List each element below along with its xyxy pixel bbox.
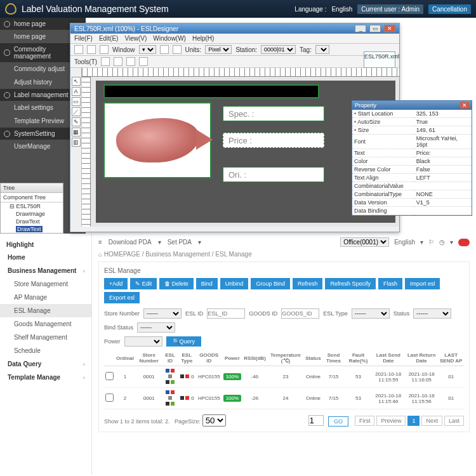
window-select[interactable]: ▾: [139, 45, 156, 54]
col-header[interactable]: Last Send Date: [372, 350, 405, 366]
action-button[interactable]: Bind: [196, 278, 218, 289]
pointer-icon[interactable]: ↖: [72, 77, 81, 86]
menu-help[interactable]: Help(H): [192, 35, 214, 42]
row-checkbox[interactable]: [105, 393, 114, 402]
new-icon[interactable]: [74, 45, 83, 54]
action-button[interactable]: +Add: [104, 278, 128, 289]
col-header[interactable]: Last Return Date: [405, 350, 438, 366]
units-select[interactable]: Pixel: [205, 45, 232, 54]
tree-node[interactable]: DrawImage: [1, 210, 63, 218]
undo-icon[interactable]: [101, 57, 110, 66]
sidebar-item[interactable]: Shelf Management: [0, 331, 91, 344]
download-pda[interactable]: Download PDA: [109, 239, 152, 246]
prop-val[interactable]: [414, 207, 472, 215]
pager-prev[interactable]: Preview: [376, 416, 406, 426]
chevron-down-icon[interactable]: ▾: [420, 239, 423, 246]
canvas-field-ori[interactable]: Ori. :: [223, 167, 324, 182]
tree-node[interactable]: DrawText: [1, 218, 63, 225]
prop-val[interactable]: False: [414, 166, 472, 174]
minimize-icon[interactable]: _: [355, 25, 366, 32]
sidebar-item[interactable]: AP Manage: [0, 291, 91, 304]
pagesize-select[interactable]: 50: [202, 414, 226, 426]
pen-icon[interactable]: ✎: [72, 117, 81, 126]
maximize-icon[interactable]: ▭: [369, 25, 381, 32]
pager-current[interactable]: 1: [407, 416, 420, 426]
col-header[interactable]: Power: [222, 350, 242, 366]
menu-view[interactable]: View(V): [124, 35, 147, 42]
col-header[interactable]: Status: [304, 350, 322, 366]
close-icon[interactable]: ✕: [460, 102, 469, 109]
row-checkbox[interactable]: [105, 372, 114, 380]
cut-icon[interactable]: [160, 45, 169, 54]
tree-node-selected[interactable]: DrawText: [1, 225, 63, 233]
set-pda[interactable]: Set PDA: [168, 239, 192, 246]
esl-id-input[interactable]: [207, 308, 245, 319]
goods-id-input[interactable]: [281, 308, 319, 319]
col-header[interactable]: Ordinal: [115, 350, 135, 366]
action-button[interactable]: ✎ Edit: [130, 278, 157, 289]
line-icon[interactable]: ／: [72, 107, 81, 116]
sidebar-item[interactable]: Store Management: [0, 277, 91, 291]
rect-icon[interactable]: ▭: [72, 97, 81, 106]
action-button[interactable]: Unbind: [220, 278, 249, 289]
crumb-esl[interactable]: ESL Manage: [215, 251, 251, 258]
canvas-image-box[interactable]: [103, 102, 211, 178]
designer-titlebar[interactable]: ESL750R.xml (100%) - ESLDesigner _ ▭ ✕: [70, 23, 399, 34]
col-header[interactable]: Fault Rate(%): [345, 350, 371, 366]
col-header[interactable]: LAST SEND AP: [438, 350, 464, 366]
go-button[interactable]: GO: [328, 416, 348, 426]
action-button[interactable]: Refresh Specify: [325, 278, 376, 289]
menu-window[interactable]: Window(W): [153, 35, 186, 42]
close-icon[interactable]: ✕: [384, 25, 395, 32]
page-input[interactable]: [308, 415, 324, 426]
sidebar-item[interactable]: Template Manage›: [0, 371, 91, 384]
prop-val[interactable]: Black: [414, 157, 472, 166]
action-button[interactable]: Export esl: [104, 292, 140, 303]
pager-last[interactable]: Last: [444, 416, 464, 426]
current-user[interactable]: Current user : Admin: [357, 4, 423, 14]
table-row[interactable]: 20001 0HPC0155100%-2624Online7/15532021-…: [104, 388, 464, 409]
canvas-field-spec[interactable]: Spec. :: [223, 106, 324, 121]
col-header[interactable]: GOODS ID: [196, 350, 222, 366]
col-header[interactable]: [104, 350, 115, 366]
crumb-bm[interactable]: Business Management: [145, 251, 210, 258]
office-select[interactable]: Office(0001): [340, 237, 389, 247]
sidebar-item[interactable]: Schedule: [0, 344, 91, 357]
english-select[interactable]: English: [394, 239, 415, 246]
crumb-home[interactable]: HOMEPAGE: [104, 251, 140, 258]
status-select[interactable]: ------: [413, 308, 451, 319]
clock-icon[interactable]: ◷: [439, 239, 445, 246]
action-button[interactable]: Import esl: [405, 278, 440, 289]
prop-val[interactable]: 149, 61: [414, 126, 472, 135]
pager-next[interactable]: Next: [421, 416, 442, 426]
menu-icon[interactable]: ≡: [98, 239, 102, 246]
sidebar-item[interactable]: Business Management›: [0, 264, 91, 277]
col-header[interactable]: ESL Type: [178, 350, 196, 366]
save-icon[interactable]: [100, 45, 109, 54]
sidebar-item[interactable]: Goods Management: [0, 317, 91, 331]
chevron-down-icon[interactable]: ▾: [450, 239, 453, 246]
image-icon[interactable]: ▦: [72, 128, 81, 136]
prop-val[interactable]: NONE: [414, 190, 472, 199]
barcode-icon[interactable]: ▥: [72, 138, 81, 147]
logout-button[interactable]: Cancellation: [428, 4, 471, 14]
col-header[interactable]: RSSI(dB): [242, 350, 267, 366]
redo-icon[interactable]: [114, 57, 122, 66]
esl-type-select[interactable]: ------: [352, 308, 390, 319]
menu-file[interactable]: File(F): [74, 35, 93, 42]
tag-select[interactable]: [315, 45, 329, 54]
home-icon[interactable]: ⌂: [98, 251, 102, 258]
prop-val[interactable]: True: [414, 118, 472, 126]
prop-val[interactable]: [414, 182, 472, 190]
flag-icon[interactable]: ⚐: [428, 239, 434, 246]
menu-edit[interactable]: Edit(E): [99, 35, 119, 42]
prop-val[interactable]: 325, 153: [414, 110, 472, 118]
language-value[interactable]: English: [331, 6, 352, 13]
sidebar-item[interactable]: Data Query›: [0, 357, 91, 371]
tool-icon[interactable]: [139, 57, 148, 66]
action-button[interactable]: Refresh: [293, 278, 323, 289]
chevron-down-icon[interactable]: ▾: [198, 239, 201, 246]
grid-icon[interactable]: [173, 45, 182, 54]
prop-val[interactable]: LEFT: [414, 174, 472, 182]
tool-icon[interactable]: [126, 57, 135, 66]
